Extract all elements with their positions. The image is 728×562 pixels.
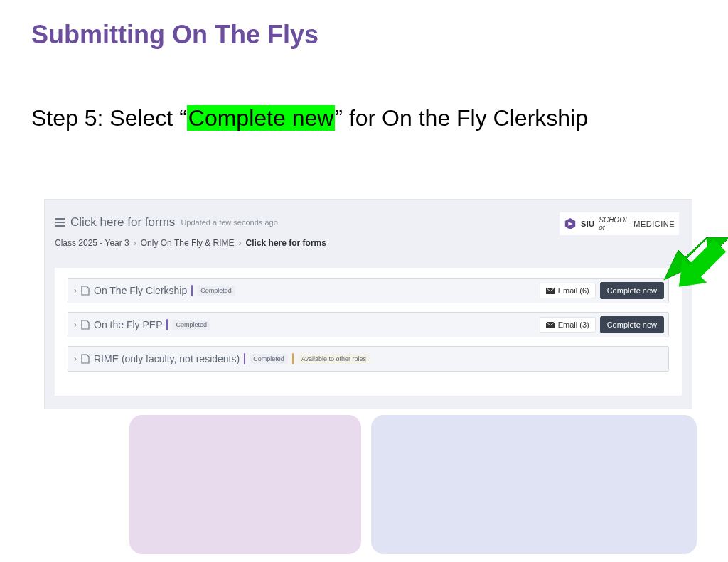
divider [292, 353, 294, 364]
decorative-block [371, 415, 697, 554]
crumb-1[interactable]: Class 2025 - Year 3 [55, 238, 129, 248]
complete-new-button[interactable]: Complete new [600, 316, 664, 333]
form-row-title: RIME (only faculty, not residents) [94, 353, 240, 364]
chevron-right-icon[interactable]: › [74, 354, 77, 364]
crumb-2[interactable]: Only On The Fly & RIME [141, 238, 235, 248]
svg-rect-1 [55, 222, 65, 223]
callout-arrow-icon [658, 237, 728, 294]
step-instruction: Step 5: Select “Complete new” for On the… [31, 104, 643, 134]
document-icon [81, 320, 90, 330]
availability-badge: Available to other roles [298, 354, 370, 364]
status-badge: Completed [197, 286, 235, 296]
row-actions: Email (3) Complete new [540, 316, 664, 333]
slide: Submitting On The Flys Step 5: Select “C… [0, 0, 728, 562]
form-row-title: On the Fly PEP [94, 319, 162, 330]
form-row-pep[interactable]: › On the Fly PEP Completed Email (3) Com… [68, 312, 669, 337]
document-icon [81, 354, 90, 364]
email-button[interactable]: Email (3) [540, 317, 596, 333]
decorative-block [129, 415, 361, 554]
slide-title: Submitting On The Flys [31, 20, 318, 50]
form-row-title: On The Fly Clerkship [94, 285, 187, 296]
row-actions: Email (6) Complete new [540, 282, 664, 299]
email-button[interactable]: Email (6) [540, 283, 596, 298]
form-row-clerkship[interactable]: › On The Fly Clerkship Completed Email (… [68, 278, 669, 303]
org-logo: SIU SCHOOL of MEDICINE [560, 212, 679, 235]
chevron-right-icon: › [134, 238, 136, 248]
complete-new-button[interactable]: Complete new [600, 282, 664, 299]
svg-rect-0 [55, 218, 65, 220]
hexagon-icon [564, 217, 577, 230]
breadcrumb: Class 2025 - Year 3 › Only On The Fly & … [55, 238, 682, 248]
form-row-rime[interactable]: › RIME (only faculty, not residents) Com… [68, 346, 669, 372]
status-badge: Completed [250, 354, 288, 364]
chevron-right-icon[interactable]: › [74, 286, 77, 296]
highlighted-term: Complete new [187, 105, 336, 131]
document-icon [81, 286, 90, 296]
divider [166, 319, 168, 330]
chevron-right-icon[interactable]: › [74, 320, 77, 330]
envelope-icon [546, 288, 555, 294]
updated-label: Updated a few seconds ago [181, 218, 277, 227]
logo-text-bold: SIU [581, 220, 594, 228]
logo-text-med: MEDICINE [633, 220, 675, 228]
crumb-current: Click here for forms [246, 238, 326, 248]
logo-text-light: SCHOOL of [599, 216, 629, 232]
forms-title[interactable]: Click here for forms [70, 215, 175, 229]
svg-rect-2 [55, 225, 65, 227]
divider [191, 285, 193, 296]
step-suffix: ” for On the Fly Clerkship [335, 105, 588, 131]
screenshot-panel: Click here for forms Updated a few secon… [44, 199, 692, 409]
divider [244, 353, 245, 364]
email-label: Email (3) [558, 320, 589, 329]
list-icon [55, 218, 65, 227]
status-badge: Completed [172, 320, 210, 330]
envelope-icon [546, 322, 555, 328]
email-label: Email (6) [558, 286, 589, 295]
chevron-right-icon: › [239, 238, 242, 248]
step-prefix: Step 5: Select “ [31, 105, 187, 131]
rows-card: › On The Fly Clerkship Completed Email (… [55, 268, 682, 396]
